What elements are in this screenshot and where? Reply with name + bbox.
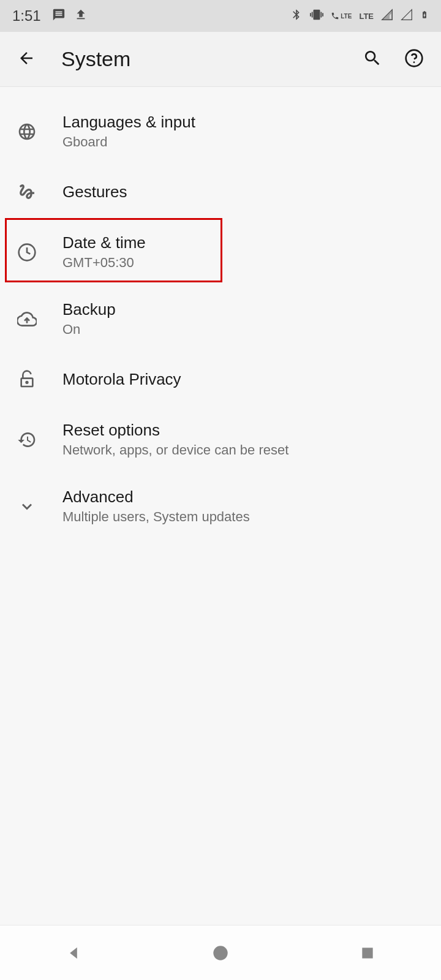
settings-item-backup[interactable]: Backup On (0, 285, 441, 352)
settings-item-reset[interactable]: Reset options Network, apps, or device c… (0, 406, 441, 473)
svg-rect-7 (362, 948, 372, 958)
upload-icon (74, 8, 88, 24)
gesture-icon (17, 182, 37, 202)
clock-icon (17, 243, 37, 262)
restore-icon (17, 430, 37, 450)
item-title: Languages & input (62, 113, 195, 132)
vibrate-icon (310, 8, 323, 24)
item-subtitle: On (62, 322, 116, 337)
item-title: Gestures (62, 183, 127, 202)
settings-item-text: Languages & input Gboard (62, 113, 195, 150)
settings-item-text: Date & time GMT+05:30 (62, 233, 146, 271)
nav-recent-button[interactable] (331, 935, 404, 971)
back-button[interactable] (17, 49, 36, 70)
item-title: Backup (62, 300, 116, 319)
item-subtitle: Network, apps, or device can be reset (62, 442, 288, 458)
settings-item-text: Advanced Multiple users, System updates (62, 488, 250, 525)
item-title: Reset options (62, 421, 288, 440)
item-subtitle: Multiple users, System updates (62, 509, 250, 525)
settings-item-date-time[interactable]: Date & time GMT+05:30 (0, 219, 441, 285)
item-subtitle: Gboard (62, 134, 195, 150)
settings-item-text: Gestures (62, 183, 127, 202)
lte-text-icon: LTE (359, 12, 374, 21)
volte-icon: LTE (331, 12, 352, 20)
signal-icon-1 (381, 9, 393, 23)
message-icon (52, 8, 66, 24)
status-left-icons (52, 8, 88, 24)
settings-item-text: Backup On (62, 300, 116, 337)
svg-point-1 (413, 61, 415, 63)
page-title: System (61, 47, 337, 71)
help-button[interactable] (404, 48, 424, 70)
cloud-upload-icon (17, 309, 37, 329)
search-button[interactable] (363, 48, 382, 70)
settings-item-text: Reset options Network, apps, or device c… (62, 421, 288, 458)
status-bar: 1:51 LTE LTE (0, 0, 441, 32)
item-title: Motorola Privacy (62, 370, 181, 389)
app-bar-actions (363, 48, 424, 70)
status-time: 1:51 (12, 7, 41, 24)
item-title: Advanced (62, 488, 250, 507)
status-right: LTE LTE (290, 8, 429, 24)
app-bar: System (0, 32, 441, 87)
battery-icon (420, 8, 429, 24)
bluetooth-icon (290, 9, 303, 23)
settings-item-advanced[interactable]: Advanced Multiple users, System updates (0, 473, 441, 540)
nav-home-button[interactable] (184, 935, 257, 971)
chevron-down-icon (17, 497, 37, 516)
globe-icon (17, 122, 37, 141)
nav-back-button[interactable] (37, 935, 110, 971)
settings-item-text: Motorola Privacy (62, 370, 181, 389)
settings-item-languages[interactable]: Languages & input Gboard (0, 98, 441, 165)
item-title: Date & time (62, 233, 146, 252)
settings-item-gestures[interactable]: Gestures (0, 165, 441, 219)
signal-icon-2 (401, 9, 413, 23)
svg-point-6 (213, 946, 227, 960)
unlock-icon (17, 369, 37, 389)
nav-bar (0, 925, 441, 980)
status-left: 1:51 (12, 7, 88, 24)
settings-item-privacy[interactable]: Motorola Privacy (0, 352, 441, 406)
svg-point-5 (26, 382, 28, 383)
item-subtitle: GMT+05:30 (62, 255, 146, 271)
settings-list: Languages & input Gboard Gestures Date &… (0, 87, 441, 540)
